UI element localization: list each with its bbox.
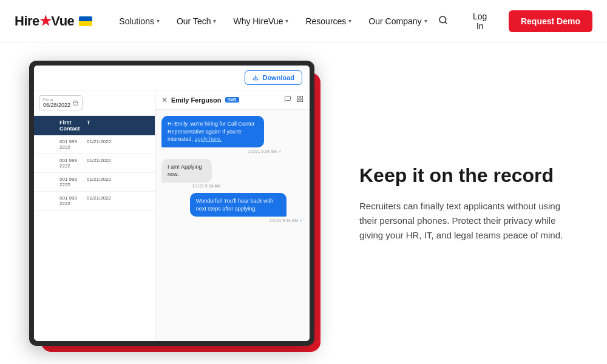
hero-headline: Keep it on the record xyxy=(359,164,568,187)
laptop-screen: Download From 06/28/ xyxy=(34,66,310,341)
table-row[interactable]: 001 999 2222 01/21/2022 xyxy=(34,154,155,173)
logo-text: Hire★Vue xyxy=(15,13,74,29)
hero-section: Download From 06/28/ xyxy=(0,42,607,364)
chat-action-icons xyxy=(284,95,304,104)
request-demo-button[interactable]: Request Demo xyxy=(509,10,592,32)
chat-header: ✕ Emily Ferguson SMS xyxy=(155,90,310,110)
svg-rect-8 xyxy=(300,96,303,99)
nav-solutions[interactable]: Solutions ▾ xyxy=(112,12,167,31)
svg-point-0 xyxy=(439,16,446,23)
date-from-input[interactable]: From 06/28/2022 xyxy=(39,95,83,110)
calendar-icon xyxy=(73,100,78,106)
chevron-down-icon: ▾ xyxy=(157,18,160,24)
screen-body: From 06/28/2022 xyxy=(34,90,310,341)
svg-rect-9 xyxy=(300,99,303,102)
message-bubble: Wonderful! You'll hear back with next st… xyxy=(190,193,287,217)
chevron-down-icon: ▾ xyxy=(213,18,216,24)
chevron-down-icon: ▾ xyxy=(348,18,351,24)
grid-icon[interactable] xyxy=(296,95,304,104)
svg-line-1 xyxy=(445,22,447,24)
chevron-down-icon: ▾ xyxy=(424,18,427,24)
chat-panel: ✕ Emily Ferguson SMS xyxy=(155,90,310,341)
message-item: Wonderful! You'll hear back with next st… xyxy=(190,193,304,223)
table-row[interactable]: 001 999 2222 01/21/2022 xyxy=(34,192,155,211)
message-time: 1/1/21 9:34 AM ✓ xyxy=(161,149,282,154)
message-item: Hi Emily, we're hiring for Call Center R… xyxy=(161,116,282,154)
message-bubble: Hi Emily, we're hiring for Call Center R… xyxy=(161,116,264,147)
message-time: 1/1/21 9:34 AM ✓ xyxy=(190,218,304,223)
nav-why-hirevue[interactable]: Why HireVue ▾ xyxy=(226,12,296,31)
table-row[interactable]: 001 999 2222 01/21/2022 xyxy=(34,135,155,154)
message-time: 1/1/21 9:34 AM xyxy=(161,184,221,188)
nav-our-tech[interactable]: Our Tech ▾ xyxy=(169,12,224,31)
header-actions: Log In Request Demo xyxy=(435,7,593,36)
hero-text: Keep it on the record Recruiters can fin… xyxy=(350,164,578,243)
chat-messages: Hi Emily, we're hiring for Call Center R… xyxy=(155,110,310,341)
table-panel: From 06/28/2022 xyxy=(34,90,155,341)
search-button[interactable] xyxy=(435,12,452,31)
laptop-frame: Download From 06/28/ xyxy=(29,61,314,346)
screen-top-bar: Download xyxy=(34,66,310,90)
message-bubble: I am! Applying now. xyxy=(161,159,212,183)
chat-contact-info: ✕ Emily Ferguson SMS xyxy=(161,96,239,104)
search-icon xyxy=(438,15,448,25)
svg-rect-3 xyxy=(73,101,78,106)
svg-rect-7 xyxy=(297,96,300,99)
table-header: First Contact T xyxy=(34,116,155,135)
nav-our-company[interactable]: Our Company ▾ xyxy=(361,12,434,31)
message-icon[interactable] xyxy=(284,95,291,104)
header: Hire★Vue Solutions ▾ Our Tech ▾ Why Hire… xyxy=(0,0,607,42)
date-filter: From 06/28/2022 xyxy=(34,90,155,116)
download-button[interactable]: Download xyxy=(245,70,302,85)
ukraine-flag xyxy=(79,16,92,26)
login-button[interactable]: Log In xyxy=(461,7,499,36)
svg-rect-10 xyxy=(297,99,300,102)
logo[interactable]: Hire★Vue xyxy=(15,13,92,29)
screen-content: Download From 06/28/ xyxy=(34,66,310,341)
device-mockup: Download From 06/28/ xyxy=(29,61,320,358)
message-item: I am! Applying now. 1/1/21 9:34 AM xyxy=(161,159,221,188)
main-nav: Solutions ▾ Our Tech ▾ Why HireVue ▾ Res… xyxy=(112,12,434,31)
chevron-down-icon: ▾ xyxy=(285,18,288,24)
table-row[interactable]: 001 999 2222 01/21/2022 xyxy=(34,173,155,192)
chat-close-button[interactable]: ✕ xyxy=(161,96,168,104)
download-icon xyxy=(253,75,259,81)
hero-body: Recruiters can finally text applicants w… xyxy=(359,199,568,243)
nav-resources[interactable]: Resources ▾ xyxy=(298,12,359,31)
